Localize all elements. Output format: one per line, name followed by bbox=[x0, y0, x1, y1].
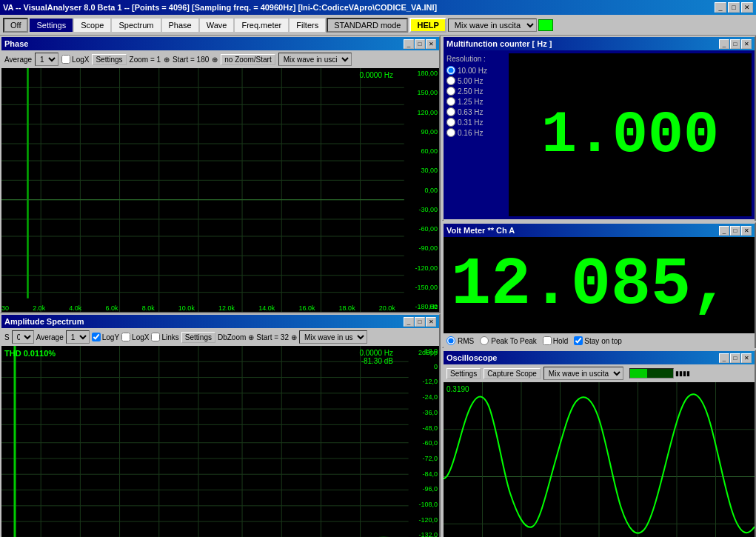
menu-freqmeter[interactable]: Freq.meter bbox=[235, 19, 288, 32]
voltmeter-title-bar: Volt Meter ** Ch A _ □ ✕ bbox=[444, 224, 755, 237]
spectrum-window: Amplitude Spectrum _ □ ✕ S 0 Average 1 L… bbox=[0, 313, 441, 537]
scope-mix-select[interactable]: Mix wave in uscita bbox=[543, 367, 623, 380]
phase-mix-select[interactable]: Mix wave in usci bbox=[278, 53, 352, 66]
voltmeter-title-buttons: _ □ ✕ bbox=[719, 226, 752, 236]
vm-hold-check[interactable]: Hold bbox=[543, 336, 569, 345]
y-label-0: 180,00 bbox=[395, 70, 439, 77]
zoom-separator: ⊕ bbox=[164, 56, 170, 64]
scope-window: Oscilloscope _ □ ✕ Settings Capture Scop… bbox=[442, 350, 756, 537]
spectrum-chart: THD 0.0110% 0.0000 Hz -81.30 dB 12,0 0 -… bbox=[1, 346, 439, 537]
voltmeter-body: 12.085, bbox=[444, 237, 755, 333]
y-label-1: 150,00 bbox=[395, 89, 439, 96]
avg-select[interactable]: 1 bbox=[66, 330, 90, 344]
no-zoom-btn[interactable]: no Zoom/Start bbox=[221, 54, 275, 65]
links-check[interactable]: Links bbox=[151, 333, 178, 341]
spectrum-maximize[interactable]: □ bbox=[415, 317, 425, 327]
y-label-11: -150,00 bbox=[395, 284, 439, 291]
menu-settings[interactable]: Settings bbox=[30, 19, 73, 32]
counter-body: Resolution : 10.00 Hz 5.00 Hz 2.50 Hz 1.… bbox=[444, 50, 755, 219]
scope-maximize[interactable]: □ bbox=[730, 353, 740, 363]
counter-display: 1.000 bbox=[509, 53, 752, 216]
scope-close[interactable]: ✕ bbox=[741, 353, 752, 363]
scope-minimize[interactable]: _ bbox=[719, 353, 729, 363]
scope-level-value: ▮▮▮▮ bbox=[675, 370, 690, 377]
maximize-button[interactable]: □ bbox=[728, 2, 740, 13]
scope-svg bbox=[444, 382, 755, 537]
phase-maximize[interactable]: □ bbox=[415, 39, 425, 49]
s-select[interactable]: 0 bbox=[12, 330, 34, 344]
title-bar: VA -- VisualAnalyser 8.0 Beta 1 -- [Poin… bbox=[0, 0, 756, 15]
menu-spectrum[interactable]: Spectrum bbox=[112, 19, 160, 32]
capture-scope-btn[interactable]: Capture Scope bbox=[484, 368, 541, 379]
menu-wave[interactable]: Wave bbox=[200, 19, 234, 32]
y-label-4: 60,00 bbox=[395, 147, 439, 155]
p2p-radio[interactable]: Peak To Peak bbox=[480, 336, 537, 345]
green-led bbox=[538, 19, 553, 31]
voltmeter-window: Volt Meter ** Ch A _ □ ✕ 12.085, RMS Pea… bbox=[442, 222, 756, 348]
scope-chart: 0.3190 0.00 9.81mS 5tullisc50 bbox=[444, 382, 755, 537]
voltmeter-title-text: Volt Meter ** Ch A bbox=[446, 226, 515, 235]
resolution-label: Resolution : bbox=[446, 55, 506, 63]
scope-y-value: 0.3190 bbox=[446, 385, 469, 393]
dbzoom-label: DbZoom bbox=[218, 333, 246, 341]
spectrum-y-axis: 12,0 0 -12,0 -24,0 -36,0 -48,0 -60,0 -72… bbox=[395, 346, 439, 537]
counter-maximize[interactable]: □ bbox=[730, 39, 740, 49]
y-label-7: -30,00 bbox=[395, 206, 439, 213]
scope-level-fill bbox=[630, 369, 647, 378]
phase-freq-display: 0.0000 Hz bbox=[359, 71, 393, 79]
voltmeter-close[interactable]: ✕ bbox=[741, 226, 752, 236]
y-label-3: 90,00 bbox=[395, 128, 439, 136]
stay-on-top-check[interactable]: Stay on top bbox=[574, 336, 622, 345]
thd-display: THD 0.0110% bbox=[4, 349, 56, 358]
avg-label: Average bbox=[36, 333, 64, 341]
scope-toolbar: Settings Capture Scope Mix wave in uscit… bbox=[444, 364, 755, 382]
spectrum-mix-select[interactable]: Mix wave in us bbox=[299, 330, 367, 344]
phase-x-axis: 30 2.0k 4.0k 6.0k 8.0k 10.0k 12.0k 14.0k… bbox=[1, 304, 395, 312]
counter-title-text: Multifunction counter [ Hz ] bbox=[446, 39, 552, 48]
minimize-button[interactable]: _ bbox=[715, 2, 726, 13]
s-label: S bbox=[4, 333, 10, 341]
standard-mode: STANDARD mode bbox=[327, 18, 408, 33]
counter-title-bar: Multifunction counter [ Hz ] _ □ ✕ bbox=[444, 37, 755, 50]
phase-toolbar: Average 1 LogX Settings Zoom = 1 ⊕ Start… bbox=[1, 50, 439, 68]
phase-title-bar: Phase _ □ ✕ bbox=[1, 37, 439, 50]
logy-check[interactable]: LogY bbox=[92, 333, 119, 341]
scope-level-display: ▮▮▮▮ bbox=[629, 368, 690, 378]
phase-minimize[interactable]: _ bbox=[404, 39, 414, 49]
phase-chart: 180,00 150,00 120,00 90,00 60,00 30,00 0… bbox=[1, 68, 439, 312]
counter-close[interactable]: ✕ bbox=[741, 39, 752, 49]
spectrum-title-bar: Amplitude Spectrum _ □ ✕ bbox=[1, 315, 439, 328]
phase-window: Phase _ □ ✕ Average 1 LogX Settings Zoom… bbox=[0, 36, 441, 313]
help-button[interactable]: HELP bbox=[409, 18, 446, 33]
counter-minimize[interactable]: _ bbox=[719, 39, 729, 49]
menu-filters[interactable]: Filters bbox=[290, 19, 325, 32]
scope-settings-btn[interactable]: Settings bbox=[446, 368, 481, 379]
voltmeter-footer: RMS Peak To Peak Hold Stay on top bbox=[444, 333, 755, 348]
close-button[interactable]: ✕ bbox=[741, 2, 753, 13]
menu-off[interactable]: Off bbox=[3, 18, 28, 33]
dbpp-label: 2dBpp bbox=[418, 349, 438, 356]
start-label: Start = 180 bbox=[173, 56, 209, 64]
menu-bar: Off Settings Scope Spectrum Phase Wave F… bbox=[0, 15, 756, 36]
voltmeter-display: 12.085, bbox=[451, 247, 731, 323]
dbzoom-spinner: ⊕ bbox=[248, 333, 254, 341]
logx-check[interactable]: LogX bbox=[61, 55, 89, 64]
menu-scope[interactable]: Scope bbox=[74, 19, 110, 32]
spectrum-title-buttons: _ □ ✕ bbox=[404, 317, 436, 327]
scope-title-text: Oscilloscope bbox=[446, 353, 497, 362]
voltmeter-minimize[interactable]: _ bbox=[719, 226, 729, 236]
phase-close[interactable]: ✕ bbox=[426, 39, 436, 49]
phase-y-axis: 180,00 150,00 120,00 90,00 60,00 30,00 0… bbox=[395, 68, 439, 312]
voltmeter-maximize[interactable]: □ bbox=[730, 226, 740, 236]
settings-btn[interactable]: Settings bbox=[92, 54, 126, 65]
average-select[interactable]: 1 bbox=[35, 53, 58, 66]
rms-radio[interactable]: RMS bbox=[446, 336, 474, 345]
spectrum-close[interactable]: ✕ bbox=[426, 317, 436, 327]
counter-resolution: Resolution : 10.00 Hz 5.00 Hz 2.50 Hz 1.… bbox=[446, 53, 506, 216]
menu-phase[interactable]: Phase bbox=[162, 19, 198, 32]
mix-wave-select[interactable]: Mix wave in uscita bbox=[448, 19, 537, 32]
average-label: Average bbox=[4, 56, 32, 64]
spectrum-settings-btn[interactable]: Settings bbox=[181, 332, 215, 343]
logx-check2[interactable]: LogX bbox=[121, 333, 149, 341]
spectrum-minimize[interactable]: _ bbox=[404, 317, 414, 327]
